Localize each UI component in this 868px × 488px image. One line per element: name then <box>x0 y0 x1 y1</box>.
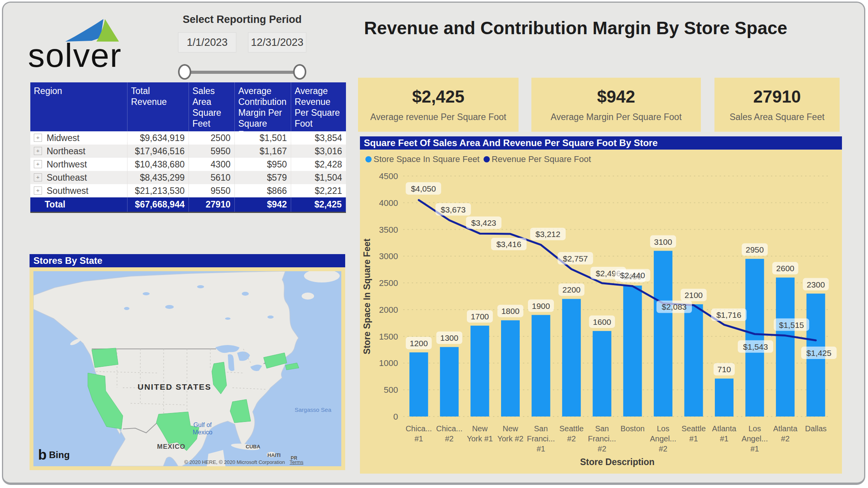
bing-logo[interactable]: b Bing <box>38 449 70 461</box>
bar-chicago-1[interactable] <box>409 352 428 417</box>
region-cell: +Northwest <box>30 158 127 171</box>
y-tick-label: 3000 <box>379 251 398 261</box>
map-label-gulf-of-mexico: Gulf of Mexico <box>186 421 219 436</box>
avg-revenue-cell: $2,221 <box>291 184 346 197</box>
x-tick-label: Boston <box>620 424 644 433</box>
x-tick-label: Chica... <box>405 424 432 433</box>
x-tick-label: Franci... <box>527 434 555 443</box>
x-tick-label: #1 <box>720 434 728 443</box>
y-axis-title: Store Space In Square Feet <box>362 239 372 354</box>
bar-chicago-2[interactable] <box>440 347 459 417</box>
combo-chart[interactable]: 0500100015002000250030003500400045001200… <box>360 167 842 474</box>
y-tick-label: 3500 <box>379 225 398 235</box>
bar-atlanta-1[interactable] <box>715 378 734 417</box>
bar-los-angeles-1[interactable] <box>746 259 764 417</box>
bar-seattle-2[interactable] <box>562 299 581 417</box>
line-value-label: $3,673 <box>441 205 466 214</box>
column-header-average-revenue-per-square-foot[interactable]: Average Revenue Per Square Foot <box>291 82 346 142</box>
map-label-cuba: CUBA <box>246 444 260 450</box>
avg-revenue-cell: $3,016 <box>291 145 346 158</box>
legend-item-revenue[interactable]: Revenue Per Square Foot <box>484 154 591 164</box>
chart-panel: Square Feet Of Sales Area And Revenue Pe… <box>360 136 842 474</box>
map-body: UNITED STATES MEXICO CUBA HAITI PR Gulf … <box>30 267 345 470</box>
chart-legend: Store Space In Square FeetRevenue Per Sq… <box>365 154 591 164</box>
x-tick-label: New <box>503 424 519 433</box>
x-tick-label: #2 <box>781 434 789 443</box>
bar-seattle-1[interactable] <box>684 304 703 417</box>
logo-wordmark: solver <box>28 38 122 72</box>
line-value-label: $1,543 <box>743 342 768 351</box>
x-tick-label: #1 <box>689 434 698 443</box>
kpi-label: Average revenue Per Square Foot <box>370 112 506 122</box>
bar-boston[interactable] <box>623 286 642 417</box>
x-tick-label: Atlanta <box>712 424 737 433</box>
expand-icon[interactable]: + <box>34 160 42 168</box>
column-header-region[interactable]: Region▲ <box>30 82 127 142</box>
table-row[interactable]: +Northeast$17,946,5165950$1,167$3,016 <box>30 145 346 158</box>
legend-label: Store Space In Square Feet <box>374 154 480 164</box>
chart-title-bar: Square Feet Of Sales Area And Revenue Pe… <box>360 136 842 150</box>
y-tick-label: 2500 <box>379 278 398 288</box>
x-tick-label: Angel... <box>650 434 676 443</box>
x-tick-label: Angel... <box>742 434 768 443</box>
date-range-track[interactable] <box>183 71 302 74</box>
bar-atlanta-2[interactable] <box>776 277 795 417</box>
bar-value-label: 2950 <box>746 245 764 254</box>
line-value-label: $2,440 <box>620 271 645 280</box>
slicer-label: Select Reporting Period <box>178 14 306 26</box>
avg-margin-cell: $866 <box>235 184 291 197</box>
map-title-bar: Stores By State <box>30 254 345 267</box>
avg-revenue-total: $2,425 <box>291 197 346 212</box>
total-revenue-cell: $21,213,530 <box>127 184 189 197</box>
legend-item-store-space[interactable]: Store Space In Square Feet <box>365 154 480 164</box>
vancouver-island-hint <box>69 338 81 347</box>
region-name: Southwest <box>47 186 88 196</box>
total-revenue-cell: $8,435,299 <box>127 171 189 184</box>
end-date-input[interactable] <box>248 32 306 52</box>
table-total-row: Total$67,668,94427910$942$2,425 <box>30 197 346 212</box>
region-table: Region▲Total RevenueSales Area Square Fe… <box>30 82 346 213</box>
table-row[interactable]: +Northwest$10,438,6804300$950$2,428 <box>30 158 346 171</box>
line-value-label: $1,425 <box>807 349 831 357</box>
bar-new-york-2[interactable] <box>501 320 520 417</box>
bar-value-label: 3100 <box>654 237 672 246</box>
total-revenue-total: $67,668,944 <box>127 197 189 212</box>
line-value-label: $3,423 <box>471 218 496 227</box>
column-header-average-contribution-margin-per-square-foot[interactable]: Average Contribution Margin Per Square F… <box>235 82 291 142</box>
kpi-label: Sales Area Square Feet <box>730 112 824 122</box>
date-range-slider <box>178 63 306 81</box>
avg-revenue-cell: $2,428 <box>291 158 346 171</box>
bar-value-label: 1600 <box>593 317 611 326</box>
bar-san-francisco-1[interactable] <box>532 315 550 417</box>
sort-ascending-icon: ▲ <box>33 130 39 141</box>
column-header-total-revenue[interactable]: Total Revenue <box>127 82 189 142</box>
bar-value-label: 2200 <box>562 285 581 294</box>
map-label-haiti: HAITI <box>267 452 281 458</box>
screenshot-stage: solver Select Reporting Period Revenue a… <box>0 0 868 488</box>
x-tick-label: #2 <box>659 444 667 453</box>
bar-san-francisco-2[interactable] <box>593 331 611 417</box>
expand-icon[interactable]: + <box>34 173 42 181</box>
date-range-handle-start[interactable] <box>178 64 191 80</box>
expand-icon[interactable]: + <box>34 186 42 195</box>
table-row[interactable]: +Southwest$21,213,5309550$866$2,221 <box>30 184 346 197</box>
terms-link[interactable]: Terms <box>290 459 303 465</box>
kpi-value: $942 <box>597 87 635 106</box>
legend-dot-icon <box>365 156 372 162</box>
line-value-label: $4,050 <box>411 184 436 193</box>
table-row[interactable]: +Southeast$8,435,2995610$579$1,504 <box>30 171 346 184</box>
total-revenue-cell: $17,946,516 <box>127 145 189 158</box>
expand-icon[interactable]: + <box>34 147 42 155</box>
x-tick-label: #1 <box>750 444 759 453</box>
bar-new-york-1[interactable] <box>470 326 489 417</box>
y-tick-label: 0 <box>393 412 398 422</box>
x-axis-title: Store Description <box>580 457 655 467</box>
start-date-input[interactable] <box>178 32 236 52</box>
line-value-label: $2,757 <box>563 254 588 263</box>
column-header-sales-area-square-feet[interactable]: Sales Area Square Feet <box>189 82 235 142</box>
x-tick-label: #1 <box>536 444 545 453</box>
bar-los-angeles-2[interactable] <box>654 251 672 417</box>
y-tick-label: 1500 <box>379 332 398 342</box>
date-range-handle-end[interactable] <box>293 64 306 80</box>
bing-map[interactable]: UNITED STATES MEXICO CUBA HAITI PR Gulf … <box>33 271 341 466</box>
